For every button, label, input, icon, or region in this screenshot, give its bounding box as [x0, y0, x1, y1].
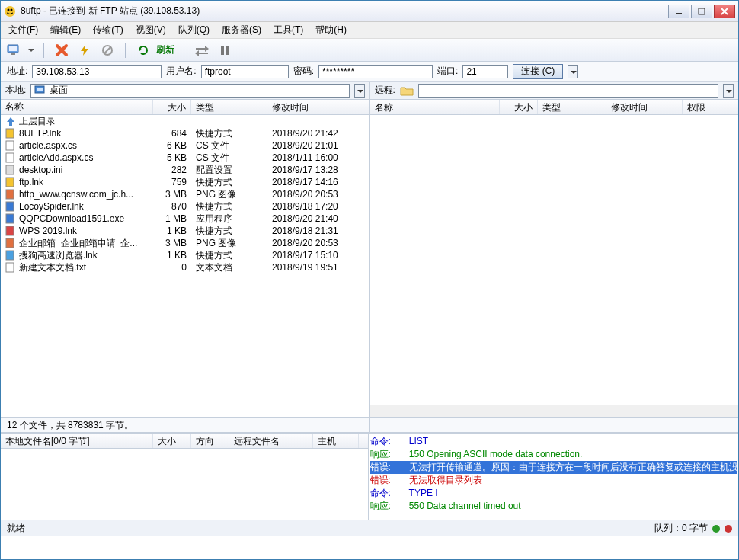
svg-rect-23: [6, 190, 14, 199]
maximize-button[interactable]: [691, 5, 712, 18]
file-row[interactable]: 搜狗高速浏览器.lnk1 KB快捷方式2018/9/17 15:10: [1, 249, 370, 261]
remote-scrollbar[interactable]: [370, 405, 739, 417]
file-row[interactable]: 8UFTP.lnk684快捷方式2018/9/20 21:42: [1, 127, 370, 139]
col-mtime[interactable]: 修改时间: [267, 100, 366, 114]
svg-rect-26: [6, 226, 14, 235]
col-dir[interactable]: 方向: [191, 434, 229, 448]
up-directory[interactable]: 上层目录: [1, 115, 370, 127]
log-line: 错误: 无法打开传输通道。原因：由于连接方在一段时间后没有正确答复或连接的主机没…: [370, 461, 737, 474]
col-host[interactable]: 主机: [313, 434, 359, 448]
local-path-combo[interactable]: 桌面: [30, 84, 349, 98]
connection-bar: 地址: 用户名: 密码: 端口: 连接 (C): [1, 62, 738, 82]
menu-item[interactable]: 文件(F): [4, 22, 43, 38]
close-button[interactable]: [714, 5, 735, 18]
address-input[interactable]: [32, 65, 162, 78]
pause-icon: [219, 45, 230, 56]
svg-rect-29: [6, 263, 14, 272]
minimize-button[interactable]: [668, 5, 689, 18]
connect-dropdown-icon[interactable]: [568, 65, 578, 78]
col-perm[interactable]: 权限: [683, 100, 728, 114]
col-localname[interactable]: 本地文件名[0/0 字节]: [1, 434, 153, 448]
refresh-button[interactable]: [135, 42, 152, 59]
file-row[interactable]: ftp.lnk759快捷方式2018/9/17 14:16: [1, 176, 370, 188]
menu-item[interactable]: 视图(V): [131, 22, 171, 38]
local-status: 12 个文件，共 8783831 字节。: [1, 417, 370, 432]
close-icon: [721, 8, 728, 15]
file-row[interactable]: http_www.qcnsw.com_jc.h...3 MBPNG 图像2018…: [1, 188, 370, 200]
file-row[interactable]: QQPCDownload1591.exe1 MB应用程序2018/9/20 21…: [1, 213, 370, 225]
col-type[interactable]: 类型: [191, 100, 267, 114]
menu-item[interactable]: 服务器(S): [217, 22, 266, 38]
transfer-mode-button[interactable]: [194, 42, 210, 59]
disconnect-button[interactable]: [99, 42, 116, 59]
svg-rect-9: [11, 53, 15, 55]
remote-status: [370, 417, 739, 432]
file-row[interactable]: 新建文本文档.txt0文本文档2018/9/19 19:51: [1, 261, 370, 274]
password-label: 密码:: [293, 65, 314, 78]
log-pane[interactable]: 命令: LIST响应: 150 Opening ASCII mode data …: [369, 434, 739, 520]
svg-rect-17: [37, 88, 43, 91]
svg-rect-25: [6, 214, 14, 223]
file-row[interactable]: LocoySpider.lnk870快捷方式2018/9/18 17:20: [1, 200, 370, 213]
menu-item[interactable]: 工具(T): [269, 22, 308, 38]
cancel-button[interactable]: [53, 42, 70, 59]
refresh-icon: [137, 44, 149, 56]
col-size[interactable]: 大小: [153, 434, 191, 448]
menu-item[interactable]: 帮助(H): [311, 22, 351, 38]
username-input[interactable]: [201, 65, 289, 78]
remote-pane: 远程: 名称 大小 类型 修改时间 权限: [370, 82, 739, 432]
file-row[interactable]: WPS 2019.lnk1 KB快捷方式2018/9/18 21:31: [1, 225, 370, 237]
menu-bar: 文件(F)编辑(E)传输(T)视图(V)队列(Q)服务器(S)工具(T)帮助(H…: [1, 22, 738, 39]
file-panes: 本地: 桌面 名称 大小 类型 修改时间 上层目录8UFTP.lnk684快捷方…: [1, 82, 738, 432]
dropdown-icon[interactable]: [28, 47, 34, 53]
col-type[interactable]: 类型: [538, 100, 606, 114]
col-remotename[interactable]: 远程文件名: [229, 434, 313, 448]
remote-header: 名称 大小 类型 修改时间 权限: [370, 100, 739, 115]
col-name[interactable]: 名称: [370, 100, 500, 114]
col-size[interactable]: 大小: [500, 100, 538, 114]
col-mtime[interactable]: 修改时间: [606, 100, 683, 114]
svg-rect-28: [6, 251, 14, 260]
local-path-dropdown-icon[interactable]: [354, 84, 365, 98]
remote-label: 远程:: [375, 84, 395, 97]
computer-icon: [6, 44, 21, 56]
port-label: 端口:: [437, 65, 458, 78]
menu-item[interactable]: 传输(T): [88, 22, 127, 38]
status-dot-red: [725, 525, 732, 533]
file-row[interactable]: 企业邮箱_企业邮箱申请_企...3 MBPNG 图像2018/9/20 20:5…: [1, 237, 370, 249]
remote-path-dropdown-icon[interactable]: [723, 84, 734, 98]
refresh-label[interactable]: 刷新: [156, 43, 174, 56]
address-label: 地址:: [7, 65, 27, 78]
password-input[interactable]: [318, 65, 433, 78]
local-header: 名称 大小 类型 修改时间: [1, 100, 370, 115]
bottom-panes: 本地文件名[0/0 字节] 大小 方向 远程文件名 主机 命令: LIST响应:…: [1, 432, 738, 520]
menu-item[interactable]: 队列(Q): [174, 22, 214, 38]
quick-connect-button[interactable]: [76, 42, 93, 59]
svg-rect-8: [9, 46, 17, 51]
connect-button[interactable]: 连接 (C): [513, 64, 563, 79]
remote-path-combo[interactable]: [418, 84, 718, 98]
col-name[interactable]: 名称: [1, 100, 153, 114]
col-size[interactable]: 大小: [153, 100, 191, 114]
status-ready: 就绪: [7, 522, 25, 535]
svg-rect-18: [6, 129, 14, 138]
file-row[interactable]: desktop.ini282配置设置2018/9/17 13:28: [1, 164, 370, 176]
port-input[interactable]: [462, 65, 508, 78]
status-bar: 就绪 队列：0 字节: [1, 520, 738, 536]
pause-button[interactable]: [216, 42, 233, 59]
file-row[interactable]: article.aspx.cs6 KBCS 文件2018/9/20 21:01: [1, 139, 370, 152]
svg-point-1: [8, 8, 10, 11]
local-pane: 本地: 桌面 名称 大小 类型 修改时间 上层目录8UFTP.lnk684快捷方…: [1, 82, 370, 432]
menu-item[interactable]: 编辑(E): [46, 22, 85, 38]
remote-file-list[interactable]: [370, 115, 739, 405]
app-icon: [4, 5, 16, 18]
local-file-list[interactable]: 上层目录8UFTP.lnk684快捷方式2018/9/20 21:42artic…: [1, 115, 370, 417]
file-row[interactable]: articleAdd.aspx.cs5 KBCS 文件2018/1/11 16:…: [1, 152, 370, 164]
status-dot-green: [712, 525, 720, 533]
queue-list[interactable]: [1, 449, 368, 520]
local-path-text: 桌面: [50, 84, 68, 97]
svg-rect-15: [226, 46, 229, 55]
log-line: 命令: TYPE I: [370, 487, 737, 500]
queue-pane: 本地文件名[0/0 字节] 大小 方向 远程文件名 主机: [1, 434, 369, 520]
computer-button[interactable]: [5, 42, 22, 59]
